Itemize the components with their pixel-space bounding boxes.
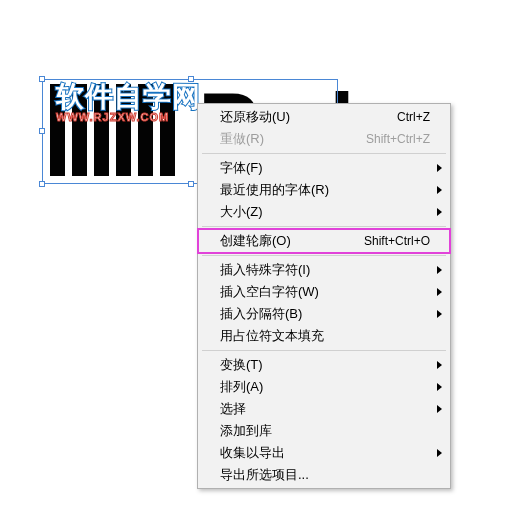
menu-insert-whitespace[interactable]: 插入空白字符(W): [200, 281, 448, 303]
menu-label: 插入分隔符(B): [220, 305, 430, 323]
menu-recent-fonts[interactable]: 最近使用的字体(R): [200, 179, 448, 201]
menu-collect-export[interactable]: 收集以导出: [200, 442, 448, 464]
menu-fill-placeholder[interactable]: 用占位符文本填充: [200, 325, 448, 347]
menu-label: 收集以导出: [220, 444, 430, 462]
menu-label: 创建轮廓(O): [220, 232, 352, 250]
menu-font[interactable]: 字体(F): [200, 157, 448, 179]
menu-separator: [202, 226, 446, 227]
menu-shortcut: Shift+Ctrl+O: [364, 234, 430, 248]
menu-label: 大小(Z): [220, 203, 430, 221]
menu-undo-move[interactable]: 还原移动(U) Ctrl+Z: [200, 106, 448, 128]
menu-label: 导出所选项目...: [220, 466, 430, 484]
menu-label: 重做(R): [220, 130, 354, 148]
menu-create-outlines[interactable]: 创建轮廓(O) Shift+Ctrl+O: [200, 230, 448, 252]
submenu-arrow-icon: [437, 164, 442, 172]
menu-label: 排列(A): [220, 378, 430, 396]
menu-export-selection[interactable]: 导出所选项目...: [200, 464, 448, 486]
menu-transform[interactable]: 变换(T): [200, 354, 448, 376]
menu-shortcut: Ctrl+Z: [397, 110, 430, 124]
selection-handle[interactable]: [188, 181, 194, 187]
canvas-area: Pad 软件自学网 WWW.RJZXW.COM 还原移动(U) Ctrl+Z 重…: [0, 0, 509, 526]
submenu-arrow-icon: [437, 405, 442, 413]
menu-size[interactable]: 大小(Z): [200, 201, 448, 223]
selection-handle[interactable]: [39, 128, 45, 134]
submenu-arrow-icon: [437, 208, 442, 216]
menu-label: 插入特殊字符(I): [220, 261, 430, 279]
menu-label: 用占位符文本填充: [220, 327, 430, 345]
menu-redo[interactable]: 重做(R) Shift+Ctrl+Z: [200, 128, 448, 150]
selection-handle[interactable]: [188, 76, 194, 82]
menu-separator: [202, 153, 446, 154]
context-menu: 还原移动(U) Ctrl+Z 重做(R) Shift+Ctrl+Z 字体(F) …: [197, 103, 451, 489]
menu-label: 字体(F): [220, 159, 430, 177]
menu-add-to-library[interactable]: 添加到库: [200, 420, 448, 442]
menu-select[interactable]: 选择: [200, 398, 448, 420]
submenu-arrow-icon: [437, 361, 442, 369]
menu-label: 变换(T): [220, 356, 430, 374]
submenu-arrow-icon: [437, 449, 442, 457]
submenu-arrow-icon: [437, 383, 442, 391]
menu-label: 添加到库: [220, 422, 430, 440]
submenu-arrow-icon: [437, 186, 442, 194]
menu-arrange[interactable]: 排列(A): [200, 376, 448, 398]
menu-label: 插入空白字符(W): [220, 283, 430, 301]
menu-insert-break[interactable]: 插入分隔符(B): [200, 303, 448, 325]
menu-shortcut: Shift+Ctrl+Z: [366, 132, 430, 146]
menu-insert-special-char[interactable]: 插入特殊字符(I): [200, 259, 448, 281]
selection-handle[interactable]: [39, 181, 45, 187]
menu-label: 最近使用的字体(R): [220, 181, 430, 199]
submenu-arrow-icon: [437, 288, 442, 296]
submenu-arrow-icon: [437, 310, 442, 318]
selection-handle[interactable]: [39, 76, 45, 82]
menu-separator: [202, 255, 446, 256]
menu-separator: [202, 350, 446, 351]
menu-label: 还原移动(U): [220, 108, 385, 126]
submenu-arrow-icon: [437, 266, 442, 274]
menu-label: 选择: [220, 400, 430, 418]
